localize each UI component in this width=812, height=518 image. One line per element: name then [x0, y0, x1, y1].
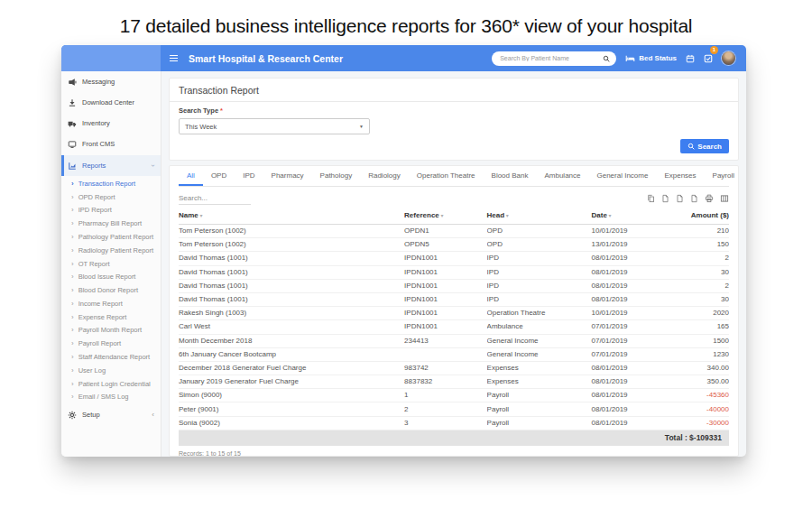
column-header-name[interactable]: Name ▾ — [179, 207, 404, 225]
tab-radiology[interactable]: Radiology — [360, 166, 409, 186]
pdf-icon[interactable] — [690, 194, 698, 203]
sidebar-item-ot-report[interactable]: ›OT Report — [61, 257, 161, 271]
cell-amount: 30 — [685, 292, 729, 306]
sidebar-item-label: Reports — [82, 162, 106, 170]
sidebar-item-download-center[interactable]: Download Center — [61, 92, 161, 113]
sort-icon: ▾ — [439, 213, 444, 218]
calendar-icon[interactable] — [686, 54, 695, 63]
bed-status-button[interactable]: Bed Status — [625, 54, 677, 62]
patient-search-input[interactable] — [498, 54, 599, 62]
tab-opd[interactable]: OPD — [203, 166, 235, 186]
tab-payroll[interactable]: Payroll — [705, 166, 743, 186]
tab-pathology[interactable]: Pathology — [312, 166, 361, 186]
sidebar-item-opd-report[interactable]: ›OPD Report — [61, 190, 161, 204]
tab-all[interactable]: All — [179, 166, 203, 186]
tab-expenses[interactable]: Expenses — [656, 166, 704, 186]
search-type-label: Search Type* — [179, 106, 729, 115]
sidebar-item-inventory[interactable]: Inventory — [61, 113, 161, 134]
table-row: David Thomas (1001)IPDN1001IPD08/01/2019… — [179, 279, 729, 292]
cell-date: 08/01/2019 — [591, 389, 685, 402]
sidebar-subitem-label: Income Report — [78, 300, 123, 308]
sidebar: MessagingDownload CenterInventoryFront C… — [61, 71, 161, 457]
sidebar-item-messaging[interactable]: Messaging — [61, 71, 161, 92]
search-button[interactable]: Search — [680, 139, 729, 153]
sidebar-subitem-label: Email / SMS Log — [78, 393, 129, 401]
tab-operation-theatre[interactable]: Operation Theatre — [409, 166, 484, 186]
cell-reference: 3 — [404, 416, 487, 430]
sidebar-item-blood-issue-report[interactable]: ›Blood Issue Report — [61, 270, 161, 283]
cell-head: General Income — [487, 334, 592, 347]
sort-icon: ▾ — [504, 213, 509, 218]
tab-general-income[interactable]: General Income — [589, 166, 657, 186]
column-header-date[interactable]: Date ▾ — [591, 207, 685, 225]
sidebar-item-reports[interactable]: Reports › — [61, 155, 161, 176]
sidebar-item-payroll-report[interactable]: ›Payroll Report — [61, 337, 161, 350]
cell-reference: 1 — [404, 389, 487, 402]
table-row: December 2018 Generator Fuel Charge98374… — [179, 361, 729, 375]
tasks-button[interactable]: 1 — [704, 51, 713, 67]
logo-area — [61, 45, 161, 71]
cell-head: Operation Theatre — [487, 307, 592, 320]
tab-ipd[interactable]: IPD — [235, 166, 263, 186]
avatar[interactable] — [722, 51, 735, 65]
cell-head: Expenses — [487, 375, 592, 389]
cell-amount: 2 — [685, 279, 729, 292]
tab-blood-bank[interactable]: Blood Bank — [484, 166, 537, 186]
hamburger-menu-icon[interactable] — [170, 55, 178, 61]
sidebar-item-blood-donor-report[interactable]: ›Blood Donor Report — [61, 283, 161, 297]
table-row: Carl WestIPDN1001Ambulance07/01/2019165 — [179, 320, 729, 334]
columns-icon[interactable] — [720, 194, 729, 203]
chevron-left-icon: ‹ — [152, 411, 154, 419]
sidebar-item-income-report[interactable]: ›Income Report — [61, 297, 161, 310]
sidebar-subitem-label: Radiology Patient Report — [78, 246, 153, 254]
cell-reference: IPDN1001 — [404, 279, 487, 292]
tab-pharmacy[interactable]: Pharmacy — [263, 166, 312, 186]
sidebar-item-setup[interactable]: Setup ‹ — [61, 404, 161, 425]
sidebar-item-email-sms-log[interactable]: ›Email / SMS Log — [61, 391, 161, 404]
cell-name: Rakesh Singh (1003) — [179, 307, 404, 320]
cell-head: Payroll — [487, 416, 592, 430]
transaction-table: Name ▾Reference ▾Head ▾Date ▾Amount ($) … — [179, 207, 729, 430]
total-bar: Total : $-109331 — [179, 430, 729, 446]
sidebar-item-payroll-month-report[interactable]: ›Payroll Month Report — [61, 324, 161, 338]
search-type-select[interactable]: This Week ▼ — [179, 118, 370, 134]
sidebar-top-items: MessagingDownload CenterInventoryFront C… — [61, 71, 161, 154]
cell-reference: 8837832 — [404, 375, 487, 389]
sidebar-item-radiology-patient-report[interactable]: ›Radiology Patient Report — [61, 244, 161, 257]
table-row: Sonia (9002)3Payroll08/01/2019-30000 — [179, 416, 729, 430]
tab-ambulance[interactable]: Ambulance — [536, 166, 588, 186]
cell-name: David Thomas (1001) — [179, 292, 404, 306]
sidebar-item-expense-report[interactable]: ›Expense Report — [61, 310, 161, 324]
table-toolbar — [179, 187, 729, 207]
cell-reference: 983742 — [404, 361, 487, 375]
column-header-head[interactable]: Head ▾ — [487, 207, 592, 225]
sidebar-item-pharmacy-bill-report[interactable]: ›Pharmacy Bill Report — [61, 217, 161, 230]
sidebar-item-ipd-report[interactable]: ›IPD Report — [61, 204, 161, 217]
sidebar-item-staff-attendance-report[interactable]: ›Staff Attendance Report — [61, 350, 161, 364]
search-icon[interactable] — [603, 55, 610, 62]
cell-date: 07/01/2019 — [591, 320, 685, 334]
excel-icon[interactable] — [661, 194, 669, 203]
sidebar-item-user-log[interactable]: ›User Log — [61, 364, 161, 377]
print-icon[interactable] — [705, 194, 714, 203]
patient-search[interactable] — [492, 51, 616, 66]
sidebar-item-pathology-patient-report[interactable]: ›Pathology Patient Report — [61, 230, 161, 244]
sort-icon: ▾ — [607, 213, 612, 218]
cell-date: 08/01/2019 — [591, 361, 685, 375]
sidebar-item-transaction-report[interactable]: ›Transaction Report — [61, 177, 161, 190]
required-asterisk: * — [220, 106, 223, 115]
csv-icon[interactable] — [676, 194, 684, 203]
copy-icon[interactable] — [647, 194, 655, 203]
column-header-reference[interactable]: Reference ▾ — [404, 207, 487, 225]
sidebar-subitem-label: Pathology Patient Report — [78, 233, 153, 241]
monitor-icon — [68, 140, 77, 149]
sidebar-subitem-label: Payroll Report — [78, 339, 122, 347]
cell-head: General Income — [487, 347, 592, 361]
cell-amount: 30 — [685, 265, 729, 279]
column-header-amount[interactable]: Amount ($) — [685, 207, 729, 225]
sidebar-item-patient-login-credential[interactable]: ›Patient Login Credential — [61, 377, 161, 391]
total-amount: Total : $-109331 — [665, 433, 722, 442]
sidebar-item-front-cms[interactable]: Front CMS — [61, 134, 161, 154]
chevron-right-icon: › — [71, 206, 74, 214]
table-search-input[interactable] — [179, 192, 251, 205]
